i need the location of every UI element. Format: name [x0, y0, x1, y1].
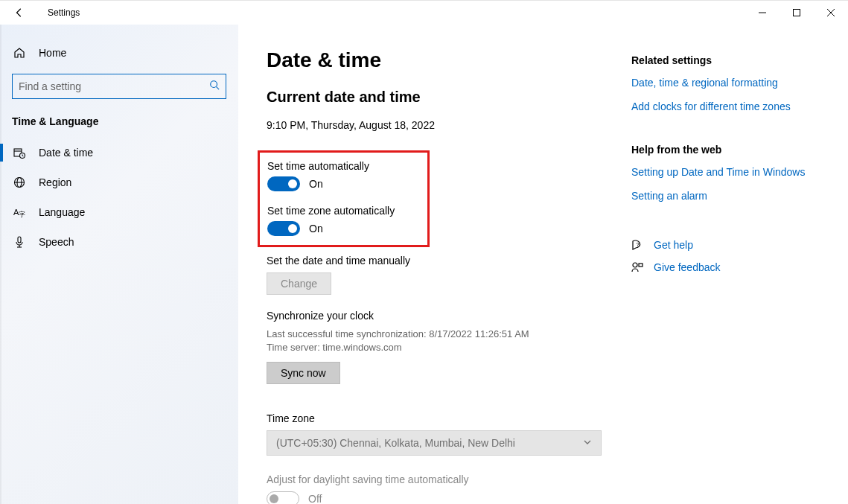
window-title: Settings — [48, 7, 80, 18]
link-setting-alarm[interactable]: Setting an alarm — [631, 190, 818, 202]
get-help-row[interactable]: ? Get help — [631, 239, 818, 251]
link-add-clocks[interactable]: Add clocks for different time zones — [631, 101, 818, 112]
manual-datetime-label: Set the date and time manually — [267, 255, 602, 267]
help-heading: Help from the web — [631, 144, 818, 156]
main-panel: Date & time Current date and time 9:10 P… — [238, 25, 848, 504]
link-regional-formatting[interactable]: Date, time & regional formatting — [631, 77, 818, 89]
timezone-heading: Time zone — [267, 412, 602, 424]
globe-icon — [13, 176, 25, 188]
sidebar-item-label: Speech — [39, 236, 74, 248]
svg-point-4 — [211, 81, 217, 88]
timezone-value: (UTC+05:30) Chennai, Kolkata, Mumbai, Ne… — [276, 437, 515, 449]
sidebar: Home Time & Language Date & time Region … — [0, 25, 238, 504]
current-datetime-heading: Current date and time — [267, 89, 602, 106]
give-feedback-row[interactable]: Give feedback — [631, 261, 818, 273]
svg-line-5 — [217, 87, 220, 90]
search-box[interactable] — [12, 74, 226, 99]
svg-text:?: ? — [636, 241, 640, 248]
link-give-feedback[interactable]: Give feedback — [654, 261, 721, 273]
svg-rect-21 — [639, 264, 643, 267]
maximize-icon — [793, 9, 800, 16]
related-heading: Related settings — [631, 54, 818, 66]
sidebar-item-label: Date & time — [39, 147, 93, 159]
sidebar-scrollbar[interactable] — [0, 25, 4, 504]
svg-line-10 — [22, 156, 23, 156]
sidebar-item-speech[interactable]: Speech — [0, 227, 238, 257]
chevron-down-icon — [583, 438, 592, 449]
search-icon — [209, 80, 220, 93]
calendar-clock-icon — [13, 147, 25, 159]
sidebar-item-label: Language — [39, 206, 85, 218]
feedback-icon — [631, 261, 643, 273]
titlebar: Settings — [0, 1, 848, 25]
svg-point-20 — [633, 263, 637, 267]
sidebar-category: Time & Language — [0, 112, 238, 138]
link-setup-datetime[interactable]: Setting up Date and Time in Windows — [631, 166, 818, 178]
sidebar-item-label: Region — [39, 176, 71, 188]
svg-rect-1 — [794, 10, 800, 16]
home-icon — [13, 47, 25, 59]
sidebar-item-language[interactable]: A字 Language — [0, 197, 238, 227]
maximize-button[interactable] — [780, 1, 814, 25]
sync-last-value: Last successful time synchronization: 8/… — [267, 328, 602, 341]
minimize-button[interactable] — [745, 1, 780, 25]
current-datetime-value: 9:10 PM, Thursday, August 18, 2022 — [267, 119, 602, 131]
help-icon: ? — [631, 239, 643, 251]
sidebar-item-region[interactable]: Region — [0, 168, 238, 197]
sidebar-home[interactable]: Home — [0, 39, 238, 66]
minimize-icon — [759, 9, 766, 16]
set-time-auto-toggle[interactable] — [267, 176, 300, 191]
search-input[interactable] — [13, 74, 226, 98]
set-time-auto-state: On — [309, 178, 323, 190]
set-tz-auto-state: On — [309, 223, 323, 235]
close-icon — [827, 9, 835, 16]
arrow-left-icon — [14, 7, 25, 18]
sync-heading: Synchronize your clock — [267, 310, 602, 322]
timezone-select[interactable]: (UTC+05:30) Chennai, Kolkata, Mumbai, Ne… — [267, 430, 602, 456]
dst-toggle[interactable] — [267, 491, 299, 504]
set-time-auto-label: Set time automatically — [267, 160, 395, 172]
sync-now-button[interactable]: Sync now — [267, 362, 340, 384]
language-icon: A字 — [13, 206, 25, 218]
svg-text:字: 字 — [19, 211, 25, 218]
related-panel: Related settings Date, time & regional f… — [631, 48, 818, 504]
dst-label: Adjust for daylight saving time automati… — [267, 473, 602, 485]
link-get-help[interactable]: Get help — [654, 239, 693, 251]
set-tz-auto-label: Set time zone automatically — [267, 205, 395, 217]
change-button[interactable]: Change — [267, 272, 331, 295]
svg-rect-16 — [18, 237, 21, 243]
highlight-box: Set time automatically On Set time zone … — [258, 150, 430, 247]
sidebar-home-label: Home — [39, 47, 66, 59]
set-tz-auto-toggle[interactable] — [267, 221, 300, 236]
sidebar-item-date-time[interactable]: Date & time — [0, 138, 238, 168]
back-button[interactable] — [13, 7, 25, 18]
page-title: Date & time — [267, 48, 602, 72]
close-button[interactable] — [814, 1, 848, 25]
dst-state: Off — [308, 493, 322, 504]
window-controls — [745, 1, 848, 25]
microphone-icon — [13, 236, 25, 248]
sync-server-value: Time server: time.windows.com — [267, 341, 602, 354]
